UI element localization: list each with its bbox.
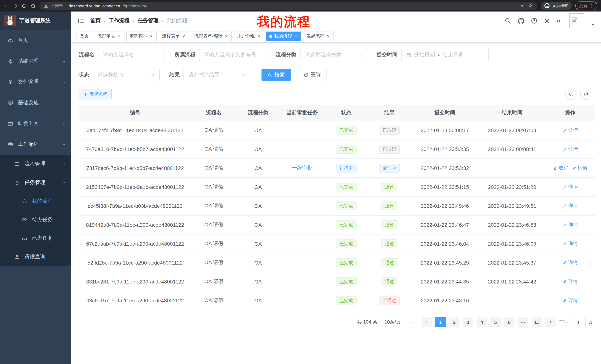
font-size-icon[interactable]: tT	[556, 18, 563, 24]
sidebar-item-workflow[interactable]: 工作流程	[0, 134, 71, 155]
cell-result: 通过	[368, 196, 411, 215]
table-toolbar: 发起流程	[79, 89, 595, 100]
placeholder: 请选择状态	[98, 72, 124, 78]
detail-link[interactable]: 详情	[563, 146, 578, 153]
cell-submit-time: 2022-01-22 23:44:35	[411, 272, 479, 291]
avatar-caret-icon[interactable]	[591, 23, 595, 27]
range-separator: -	[438, 52, 440, 58]
process-name-input[interactable]: 请输入流程名	[98, 49, 165, 61]
close-icon[interactable]: ×	[257, 34, 261, 39]
sidebar-item-done-tasks[interactable]: 已办任务	[0, 229, 71, 248]
prev-page-button[interactable]	[421, 317, 432, 327]
detail-link[interactable]: 详情	[563, 221, 578, 228]
tab-首页[interactable]: 首页	[77, 31, 92, 41]
search-icon	[267, 73, 272, 77]
page-button-1[interactable]: 1	[435, 317, 446, 327]
bookmark-star-icon[interactable]	[528, 3, 533, 8]
tab-流程表单[interactable]: 流程表单×	[159, 31, 189, 41]
page-button-2[interactable]: 2	[449, 317, 460, 327]
status-select[interactable]: 请选择状态	[93, 69, 160, 81]
page-button-5[interactable]: 5	[490, 317, 501, 327]
breadcrumb-home[interactable]: 首页	[90, 18, 101, 24]
detail-link[interactable]: 详情	[563, 184, 578, 190]
sidebar-logo[interactable]: 芋道管理系统	[0, 11, 71, 30]
detail-link[interactable]: 详情	[563, 278, 578, 285]
cell-current-task	[280, 291, 325, 310]
page-size-select[interactable]: 10条/页	[381, 317, 418, 327]
avatar[interactable]	[570, 13, 584, 28]
help-icon[interactable]	[531, 18, 538, 24]
browser-home-icon[interactable]	[30, 3, 36, 8]
reset-button[interactable]: 重置	[298, 69, 327, 81]
search-icon[interactable]	[504, 18, 511, 24]
fullscreen-icon[interactable]	[544, 18, 550, 24]
tab-流程模型[interactable]: 流程模型×	[126, 31, 157, 41]
goto-page-input[interactable]: 1	[571, 317, 586, 327]
page-button-3[interactable]: 3	[463, 317, 473, 327]
placeholder: 请选择流结果	[188, 72, 220, 78]
sidebar-item-devtools[interactable]: 研发工具	[0, 113, 71, 134]
close-icon[interactable]: ×	[294, 34, 298, 39]
result-select[interactable]: 请选择流结果	[183, 69, 250, 81]
close-icon[interactable]: ×	[326, 34, 330, 39]
sidebar-item-payment[interactable]: 支付管理	[0, 72, 71, 92]
browser-back-icon[interactable]	[4, 3, 9, 8]
sidebar-item-leave-query[interactable]: 请假查询	[0, 248, 71, 266]
sidebar-item-process-mgmt[interactable]: 流程管理	[0, 155, 71, 173]
breadcrumb-workflow[interactable]: 工作流程	[109, 18, 130, 24]
cancel-link[interactable]: 取消	[553, 165, 569, 172]
search-button[interactable]: 搜索	[261, 69, 291, 81]
kebab-menu-icon[interactable]	[589, 3, 594, 8]
close-icon[interactable]: ×	[224, 34, 229, 39]
browser-reload-icon[interactable]	[21, 3, 27, 8]
detail-link[interactable]: 详情	[563, 297, 578, 304]
cell-category: OA	[236, 121, 280, 140]
tab-流程表单-编辑[interactable]: 流程表单-编辑×	[191, 31, 232, 41]
tab-发起流程[interactable]: 发起流程×	[303, 31, 334, 41]
edit-icon	[563, 241, 567, 246]
show-search-button[interactable]	[565, 89, 576, 100]
sidebar-item-infra[interactable]: 基础设施	[0, 92, 71, 113]
sidebar-item-task-mgmt[interactable]: 任务管理	[0, 173, 71, 192]
page-button-6[interactable]: 6	[504, 317, 514, 327]
date-range-picker[interactable]: 开始日期 - 结束日期	[401, 49, 489, 61]
current-task-link[interactable]: 一级审批	[292, 165, 312, 171]
detail-link[interactable]: 详情	[563, 240, 578, 247]
hamburger-icon[interactable]	[77, 17, 84, 24]
refresh-table-button[interactable]	[580, 89, 591, 100]
page-button-11[interactable]: 11	[531, 317, 542, 327]
tab-流程定义[interactable]: 流程定义×	[94, 31, 124, 41]
page-more-button[interactable]: ···	[518, 317, 528, 327]
detail-link[interactable]: 详情	[563, 203, 578, 209]
close-icon[interactable]: ×	[182, 34, 186, 39]
chevron-down-icon	[62, 59, 66, 63]
detail-link[interactable]: 详情	[572, 165, 587, 172]
browser-update-button[interactable]: 更新	[575, 1, 597, 10]
password-manager-icon[interactable]	[521, 3, 525, 8]
chevron-down-icon	[150, 73, 155, 77]
start-process-button[interactable]: 发起流程	[79, 89, 112, 99]
cell-process-name: OA 请假	[191, 159, 237, 178]
tab-我的流程[interactable]: 我的流程×	[266, 31, 301, 41]
cell-category: OA	[236, 234, 280, 253]
tab-用户分组[interactable]: 用户分组×	[234, 31, 264, 41]
github-icon[interactable]	[517, 17, 524, 24]
close-icon[interactable]: ×	[149, 34, 153, 39]
breadcrumb-task-mgmt[interactable]: 任务管理	[138, 18, 159, 24]
page-button-4[interactable]: 4	[477, 317, 487, 327]
sidebar-item-my-process[interactable]: 我的流程	[0, 192, 71, 211]
close-icon[interactable]: ×	[117, 34, 121, 39]
process-def-input[interactable]: 请输入流程定义的编号	[199, 49, 266, 61]
status-badge: 已完成	[336, 126, 357, 135]
sidebar-item-todo-tasks[interactable]: 待办任务	[0, 211, 71, 229]
app-shell: 芋道管理系统 首页系统管理支付管理基础设施研发工具工作流程流程管理任务管理我的流…	[0, 11, 601, 364]
cell-category: OA	[236, 178, 280, 196]
detail-link[interactable]: 详情	[563, 259, 578, 266]
sidebar-item-system[interactable]: 系统管理	[0, 51, 71, 72]
url-bar[interactable]: 不安全 dashboard.yudao.iocoder.cn/bpm/task/…	[39, 2, 537, 10]
next-page-button[interactable]	[545, 317, 556, 327]
detail-link[interactable]: 详情	[563, 127, 578, 134]
browser-forward-icon[interactable]	[13, 3, 18, 8]
category-select[interactable]: 请选择流程分类	[300, 49, 367, 61]
sidebar-item-home[interactable]: 首页	[0, 30, 71, 51]
